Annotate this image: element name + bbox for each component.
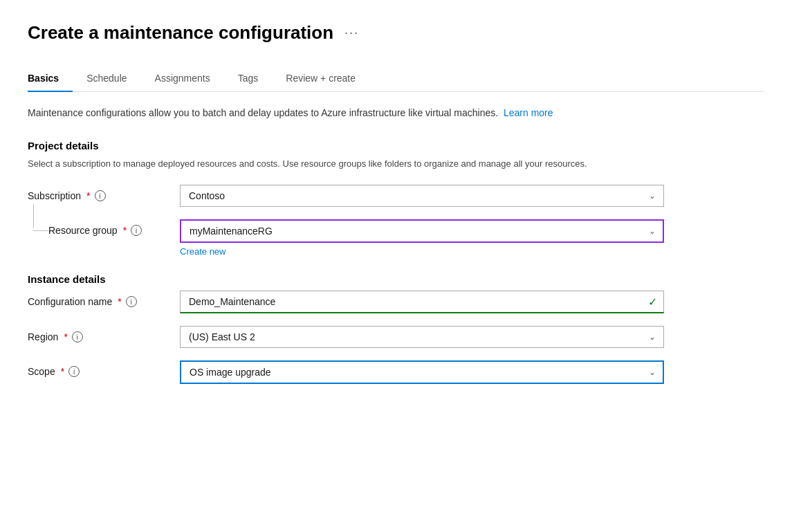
config-name-required: * [118,296,121,307]
config-name-control: ✓ [180,291,664,313]
region-required: * [64,331,67,342]
resource-group-label-col: Resource group * i [28,219,180,236]
region-dropdown-wrapper: (US) East US 2 ⌄ [180,326,664,348]
resource-group-label: Resource group [48,225,118,236]
page-title: Create a maintenance configuration [28,22,333,44]
instance-details-title: Instance details [28,273,764,285]
region-label: Region [28,331,58,342]
scope-dropdown-wrapper: OS image upgrade ⌄ [180,360,664,384]
scope-row: Scope * i OS image upgrade ⌄ [28,360,764,384]
config-name-row: Configuration name * i ✓ [28,291,764,313]
resource-group-info-icon[interactable]: i [131,225,142,236]
subscription-control: Contoso ⌄ [180,185,664,207]
subscription-row: Subscription * i Contoso ⌄ [28,185,764,207]
config-name-input[interactable] [180,291,664,313]
subscription-label-col: Subscription * i [28,185,180,201]
subscription-dropdown-wrapper: Contoso ⌄ [180,185,664,207]
subscription-dropdown[interactable]: Contoso [180,185,664,207]
resource-group-row: Resource group * i myMaintenanceRG ⌄ Cre… [28,219,764,257]
project-details-section: Project details Select a subscription to… [28,140,764,257]
config-name-label: Configuration name [28,296,112,307]
resource-group-dropdown-wrapper: myMaintenanceRG ⌄ [180,219,664,243]
resource-group-dropdown[interactable]: myMaintenanceRG [180,219,664,243]
region-row: Region * i (US) East US 2 ⌄ [28,326,764,348]
scope-dropdown[interactable]: OS image upgrade [180,360,664,384]
tab-basics[interactable]: Basics [28,66,73,92]
page-title-row: Create a maintenance configuration ··· [28,22,764,44]
learn-more-link[interactable]: Learn more [504,107,553,118]
resource-group-required: * [123,225,127,236]
page-description: Maintenance configurations allow you to … [28,106,764,120]
config-name-input-wrapper: ✓ [180,291,664,313]
subscription-info-icon[interactable]: i [95,190,106,201]
instance-details-section: Instance details Configuration name * i … [28,273,764,384]
tab-tags[interactable]: Tags [224,66,273,92]
project-details-description: Select a subscription to manage deployed… [28,157,764,171]
more-options-button[interactable]: ··· [344,26,359,40]
tab-assignments[interactable]: Assignments [141,66,224,92]
resource-group-control: myMaintenanceRG ⌄ Create new [180,219,664,257]
region-control: (US) East US 2 ⌄ [180,326,664,348]
scope-required: * [61,366,64,377]
tab-schedule[interactable]: Schedule [73,66,140,92]
scope-label: Scope [28,366,55,377]
scope-label-col: Scope * i [28,360,180,377]
config-name-check-icon: ✓ [648,295,657,309]
region-dropdown[interactable]: (US) East US 2 [180,326,664,348]
subscription-required: * [86,190,90,201]
subscription-label: Subscription [28,190,81,201]
config-name-label-col: Configuration name * i [28,291,180,307]
scope-control: OS image upgrade ⌄ [180,360,664,384]
scope-info-icon[interactable]: i [68,366,80,377]
region-info-icon[interactable]: i [72,331,83,342]
tab-bar: Basics Schedule Assignments Tags Review … [28,66,764,92]
project-details-title: Project details [28,140,764,152]
config-name-info-icon[interactable]: i [126,296,137,307]
create-new-link[interactable]: Create new [180,246,225,257]
tab-review-create[interactable]: Review + create [272,66,369,92]
region-label-col: Region * i [28,326,180,342]
